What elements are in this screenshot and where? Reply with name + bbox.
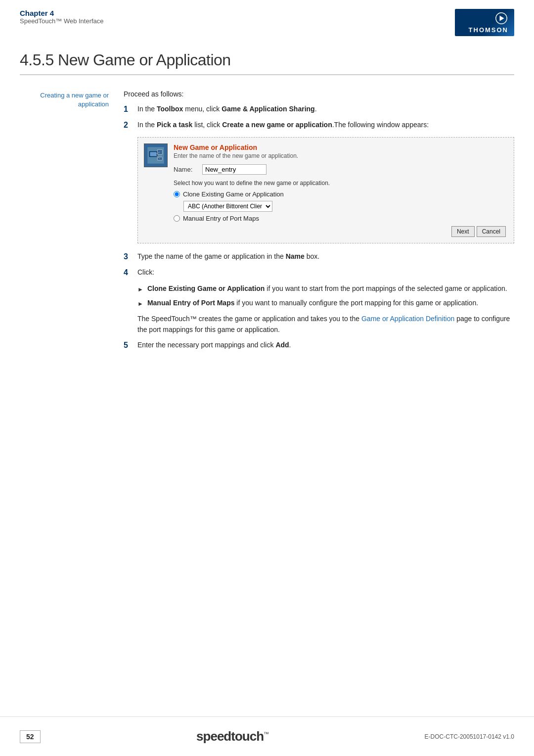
dialog-subtitle: Enter the name of the new game or applic… (174, 152, 508, 159)
step-2-text: In the Pick a task list, click Create a … (137, 120, 429, 130)
step-1: 1 In the Toolbox menu, click Game & Appl… (124, 104, 514, 115)
dialog-icon (144, 143, 168, 167)
thomson-text: THOMSON (469, 26, 508, 34)
name-label: Name: (174, 166, 198, 173)
page-title: 4.5.5 New Game or Application (20, 51, 514, 69)
proceed-text: Proceed as follows: (124, 90, 514, 98)
sub-item-2: ► Manual Entry of Port Maps if you want … (137, 298, 514, 308)
step-4-text: Click: (137, 267, 154, 278)
dialog-inner: New Game or Application Enter the name o… (138, 138, 514, 243)
thomson-logo-box: THOMSON (455, 9, 514, 36)
define-text: Select how you want to define the new ga… (174, 180, 508, 187)
dialog-buttons: Next Cancel (174, 226, 508, 237)
sub-items-list: ► Clone Existing Game or Application if … (137, 284, 514, 308)
radio-manual-row: Manual Entry of Port Maps (174, 215, 508, 222)
dialog-container: New Game or Application Enter the name o… (137, 137, 514, 243)
steps-lower-list: 3 Type the name of the game or applicati… (124, 251, 514, 279)
thomson-icon (494, 11, 508, 25)
svg-rect-6 (157, 149, 162, 154)
sub-item-1-text: Clone Existing Game or Application if yo… (147, 284, 507, 294)
radio-manual-label: Manual Entry of Port Maps (183, 215, 259, 222)
steps-list: 1 In the Toolbox menu, click Game & Appl… (124, 104, 514, 131)
footer-logo: speedtouch™ (196, 729, 268, 744)
footer-doc-ref: E-DOC-CTC-20051017-0142 v1.0 (425, 733, 514, 740)
step-1-text: In the Toolbox menu, click Game & Applic… (137, 104, 317, 114)
radio-clone-row: Clone Existing Game or Application (174, 190, 508, 198)
arrow-icon-2: ► (137, 299, 143, 308)
main-content: Creating a new game or application Proce… (0, 75, 534, 376)
radio-manual[interactable] (174, 215, 180, 222)
page-title-section: 4.5.5 New Game or Application (0, 36, 534, 74)
page-number: 52 (20, 730, 41, 743)
next-button[interactable]: Next (451, 226, 475, 237)
dialog-title: New Game or Application (174, 143, 508, 151)
dropdown-row: ABC (Another Bittorent Client) (183, 201, 508, 212)
footer-logo-text: speedtouch™ (196, 729, 268, 744)
page-header: Chapter 4 SpeedTouch™ Web Interface THOM… (0, 0, 534, 36)
dialog-form: Name: Select how you want to define the … (174, 164, 508, 237)
cancel-button[interactable]: Cancel (477, 226, 506, 237)
step-number-3: 3 (124, 251, 133, 262)
radio-clone-label: Clone Existing Game or Application (183, 190, 284, 198)
step-number-2: 2 (124, 120, 133, 131)
chapter-subtitle: SpeedTouch™ Web Interface (20, 17, 104, 25)
step-2: 2 In the Pick a task list, click Create … (124, 120, 514, 131)
radio-clone[interactable] (174, 191, 180, 197)
sidebar: Creating a new game or application (20, 90, 119, 356)
step-5-list: 5 Enter the necessary port mappings and … (124, 340, 514, 351)
radio-group: Clone Existing Game or Application ABC (… (174, 190, 508, 222)
note-link[interactable]: Game or Application Definition (361, 315, 454, 323)
arrow-icon-1: ► (137, 285, 143, 294)
sidebar-label: Creating a new game or application (20, 91, 109, 109)
clone-dropdown[interactable]: ABC (Another Bittorent Client) (183, 201, 272, 212)
step-5: 5 Enter the necessary port mappings and … (124, 340, 514, 351)
dialog-body: New Game or Application Enter the name o… (174, 143, 508, 237)
content-area: Proceed as follows: 1 In the Toolbox men… (119, 90, 514, 356)
sub-item-2-text: Manual Entry of Port Maps if you want to… (147, 298, 478, 308)
step-3: 3 Type the name of the game or applicati… (124, 251, 514, 262)
step-number-5: 5 (124, 340, 133, 351)
note-prefix: The SpeedTouch™ creates the game or appl… (137, 315, 361, 323)
page-footer: 52 speedtouch™ E-DOC-CTC-20051017-0142 v… (0, 716, 534, 756)
chapter-title: Chapter 4 (20, 9, 104, 17)
svg-marker-1 (500, 15, 504, 21)
step-3-text: Type the name of the game or application… (137, 251, 319, 262)
sub-item-1: ► Clone Existing Game or Application if … (137, 284, 514, 294)
step-number-4: 4 (124, 267, 133, 278)
note-text: The SpeedTouch™ creates the game or appl… (137, 313, 514, 335)
svg-rect-5 (150, 152, 156, 156)
step-number-1: 1 (124, 104, 133, 115)
name-input[interactable] (202, 164, 267, 175)
step-5-text: Enter the necessary port mappings and cl… (137, 340, 291, 350)
step-4: 4 Click: (124, 267, 514, 278)
dialog-svg-icon (146, 145, 166, 165)
header-left: Chapter 4 SpeedTouch™ Web Interface (20, 9, 104, 25)
thomson-logo: THOMSON (469, 11, 508, 34)
name-row: Name: (174, 164, 508, 175)
